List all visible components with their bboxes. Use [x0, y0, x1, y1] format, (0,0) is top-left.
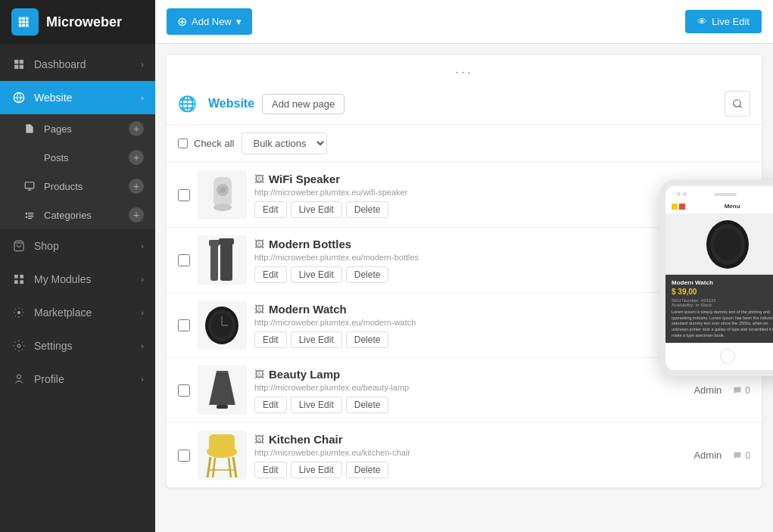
categories-icon — [23, 208, 36, 222]
edit-btn-4[interactable]: Edit — [254, 397, 287, 413]
row-checkbox-5[interactable] — [178, 450, 190, 462]
globe-icon — [11, 90, 26, 105]
settings-icon — [11, 338, 26, 353]
live-edit-btn-4[interactable]: Live Edit — [291, 397, 342, 413]
sidebar-item-dashboard[interactable]: Dashboard › — [0, 48, 155, 81]
product-thumb-5 — [198, 431, 247, 480]
row-checkbox-1[interactable] — [178, 189, 190, 201]
posts-icon — [23, 151, 36, 164]
edit-btn-3[interactable]: Edit — [254, 331, 287, 348]
phone-bottom — [665, 343, 773, 370]
panel-header: 🌐 Website Add new page — [167, 83, 762, 125]
add-product-btn[interactable]: + — [129, 179, 144, 194]
sidebar-item-pages[interactable]: Pages + — [0, 114, 155, 143]
svg-point-7 — [17, 311, 20, 314]
sidebar-item-posts[interactable]: Posts + — [0, 143, 155, 172]
table-row: 🖼 Kitchen Chair http://microweber.plumte… — [167, 423, 762, 487]
sidebar-item-my-modules[interactable]: My Modules › — [0, 263, 155, 296]
svg-point-12 — [214, 204, 232, 211]
add-category-btn[interactable]: + — [129, 207, 144, 222]
row-checkbox-4[interactable] — [178, 384, 190, 397]
add-post-btn[interactable]: + — [129, 150, 144, 165]
add-new-label: Add New — [192, 16, 232, 27]
product-actions-1: Edit Live Edit Delete — [254, 201, 686, 218]
product-info-5: 🖼 Kitchen Chair http://microweber.plumte… — [254, 433, 686, 478]
delete-btn-5[interactable]: Delete — [346, 462, 389, 478]
sidebar: Microweber Dashboard › Website › Page — [0, 0, 155, 532]
svg-rect-17 — [220, 241, 232, 281]
add-page-btn[interactable]: + — [129, 121, 144, 136]
product-type-icon-3: 🖼 — [254, 303, 264, 315]
logo-text: Microweber — [46, 14, 122, 30]
svg-line-31 — [233, 457, 236, 478]
sub-nav: Pages + Posts + Products + — [0, 114, 155, 229]
svg-rect-29 — [209, 434, 235, 451]
sidebar-item-marketplace-label: Marketplace — [34, 306, 141, 319]
sidebar-item-categories[interactable]: Categories + — [0, 201, 155, 229]
edit-btn-1[interactable]: Edit — [254, 201, 287, 218]
sidebar-item-profile-label: Profile — [34, 373, 141, 385]
edit-btn-2[interactable]: Edit — [254, 266, 287, 283]
phone-logo — [672, 204, 685, 210]
delete-btn-1[interactable]: Delete — [346, 201, 389, 218]
live-edit-button[interactable]: 👁 Live Edit — [685, 10, 762, 33]
live-edit-btn-3[interactable]: Live Edit — [291, 331, 342, 348]
check-all-text: Check all — [194, 138, 234, 149]
sidebar-item-settings[interactable]: Settings › — [0, 329, 155, 362]
sidebar-item-profile[interactable]: Profile › — [0, 362, 155, 396]
phone-camera-dots — [677, 192, 687, 196]
delete-btn-2[interactable]: Delete — [346, 266, 389, 283]
eye-icon: 👁 — [697, 16, 707, 27]
sidebar-item-shop[interactable]: Shop › — [0, 229, 155, 263]
product-thumb-1 — [198, 170, 247, 219]
sidebar-item-posts-label: Posts — [44, 152, 129, 163]
content-area: ... 🌐 Website Add new page Check all — [155, 44, 773, 532]
delete-btn-3[interactable]: Delete — [346, 331, 389, 348]
live-edit-btn-2[interactable]: Live Edit — [291, 266, 342, 283]
edit-btn-5[interactable]: Edit — [254, 462, 287, 478]
check-all-label[interactable]: Check all — [178, 138, 234, 149]
plus-icon: ⊕ — [177, 14, 187, 29]
sidebar-nav: Dashboard › Website › Pages + — [0, 44, 155, 532]
dots-menu[interactable]: ... — [167, 55, 762, 83]
bulk-actions-select[interactable]: Bulk actions — [242, 132, 327, 154]
product-url-5: http://microweber.plumtex.eu/kitchen-cha… — [254, 448, 686, 457]
search-button[interactable] — [725, 91, 750, 117]
phone-product-desc: Lorem ipsum is simply dummy text of the … — [672, 310, 773, 338]
website-globe-icon: 🌐 — [178, 95, 197, 113]
svg-rect-4 — [20, 275, 23, 278]
sidebar-item-website[interactable]: Website › — [0, 81, 155, 114]
live-edit-btn-1[interactable]: Live Edit — [291, 201, 342, 218]
add-new-button[interactable]: ⊕ Add New ▾ — [167, 8, 252, 35]
sidebar-item-settings-label: Settings — [34, 340, 141, 352]
sidebar-item-products-label: Products — [44, 181, 129, 192]
phone-product-info: Modern Watch $ 39,00 SKU Number: #23121 … — [665, 275, 773, 343]
row-checkbox-2[interactable] — [178, 254, 190, 266]
phone-product-name: Modern Watch — [672, 279, 773, 286]
product-info-4: 🖼 Beauty Lamp http://microweber.plumtex.… — [254, 368, 686, 413]
marketplace-arrow-icon: › — [141, 308, 144, 317]
product-name-3: Modern Watch — [269, 303, 347, 316]
sidebar-item-products[interactable]: Products + — [0, 172, 155, 201]
live-edit-btn-5[interactable]: Live Edit — [291, 462, 342, 478]
main-area: ⊕ Add New ▾ 👁 Live Edit ... 🌐 Website Ad… — [155, 0, 773, 532]
sidebar-item-categories-label: Categories — [44, 210, 129, 221]
svg-line-33 — [229, 458, 231, 478]
sidebar-item-marketplace[interactable]: Marketplace › — [0, 296, 155, 329]
product-thumb-3 — [198, 300, 247, 350]
check-all-checkbox[interactable] — [178, 138, 188, 148]
product-info-1: 🖼 WiFi Speaker http://microweber.plumtex… — [254, 173, 686, 218]
comment-count-4: 0 — [733, 385, 750, 396]
grid-icon — [11, 57, 26, 72]
svg-rect-5 — [14, 280, 18, 284]
delete-btn-4[interactable]: Delete — [346, 397, 389, 413]
add-new-page-button[interactable]: Add new page — [262, 94, 344, 114]
product-name-2: Modern Bottles — [269, 238, 351, 250]
product-info-2: 🖼 Modern Bottles http://microweber.plumt… — [254, 238, 686, 283]
profile-icon — [11, 372, 26, 387]
logo-icon — [11, 8, 39, 36]
svg-rect-16 — [209, 240, 220, 246]
modules-icon — [11, 272, 26, 287]
row-checkbox-3[interactable] — [178, 319, 190, 331]
product-thumb-2 — [198, 235, 247, 285]
